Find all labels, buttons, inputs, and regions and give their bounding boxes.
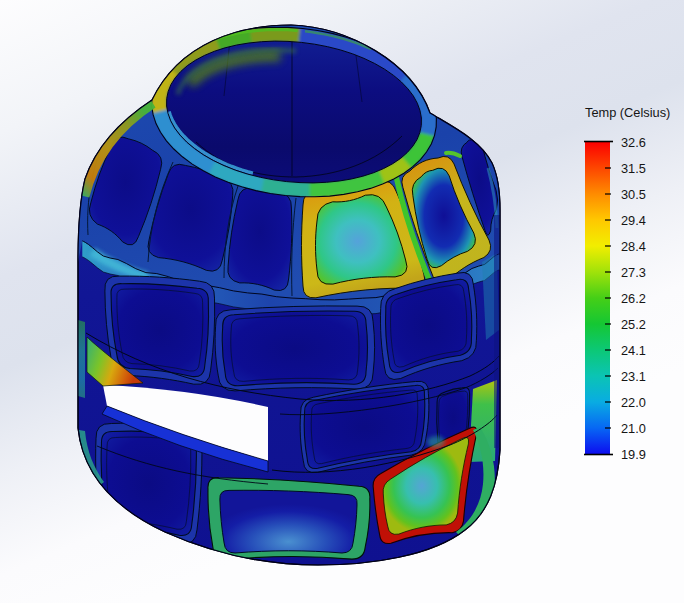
svg-text:29.4: 29.4 xyxy=(621,213,646,228)
svg-text:24.1: 24.1 xyxy=(621,343,646,358)
svg-text:32.6: 32.6 xyxy=(621,135,646,150)
svg-text:26.2: 26.2 xyxy=(621,291,646,306)
svg-text:25.2: 25.2 xyxy=(621,317,646,332)
svg-text:19.9: 19.9 xyxy=(621,447,646,462)
svg-text:28.4: 28.4 xyxy=(621,239,646,254)
svg-text:30.5: 30.5 xyxy=(621,187,646,202)
svg-text:23.1: 23.1 xyxy=(621,369,646,384)
svg-text:Temp (Celsius): Temp (Celsius) xyxy=(585,105,670,120)
svg-text:31.5: 31.5 xyxy=(621,161,646,176)
svg-text:27.3: 27.3 xyxy=(621,265,646,280)
svg-text:22.0: 22.0 xyxy=(621,395,646,410)
svg-text:21.0: 21.0 xyxy=(621,421,646,436)
